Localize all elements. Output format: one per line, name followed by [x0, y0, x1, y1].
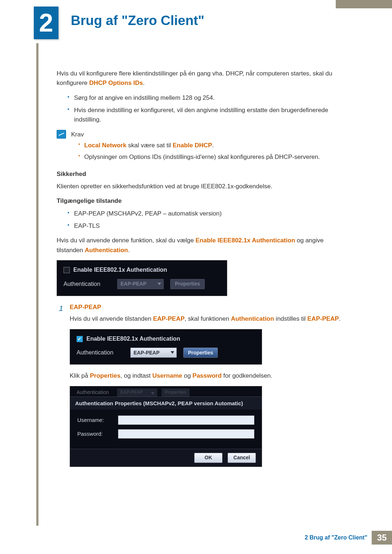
properties-line: Klik på Properties, og indtast Username … — [70, 371, 347, 381]
text: Hvis du vil anvende tilstanden — [70, 315, 153, 322]
footer-text: 2 Brug af "Zero Client" — [305, 534, 367, 541]
auth-properties-dialog: Authentication EAP-PEAP Properties Authe… — [70, 386, 262, 467]
page-footer: 2 Brug af "Zero Client" 35 — [305, 531, 392, 545]
text: EAP-PEAP — [121, 389, 143, 396]
ghost-button: Properties — [162, 389, 189, 397]
hl: Enable IEEE802.1x Authentication — [196, 237, 295, 244]
text: indstilles til — [274, 315, 307, 322]
cancel-button[interactable]: Cancel — [228, 453, 256, 463]
username-field[interactable] — [118, 415, 254, 425]
text: og — [182, 372, 192, 379]
hl: EAP-PEAP — [153, 315, 185, 322]
top-stripe — [336, 0, 392, 8]
hl: Properties — [90, 372, 121, 379]
text: Klik på — [70, 372, 90, 379]
content-area: Hvis du vil konfigurere flere klientinds… — [57, 69, 347, 473]
hl: EAP-PEAP — [307, 315, 339, 322]
enable-line: Hvis du vil anvende denne funktion, skal… — [57, 236, 347, 255]
intro-paragraph: Hvis du vil konfigurere flere klientinds… — [57, 69, 347, 88]
auth-panel-disabled: Enable IEEE802.1x Authentication Authent… — [57, 260, 227, 296]
list-item: EAP-TLS — [68, 221, 347, 231]
modes-list: EAP-PEAP (MSCHAPv2, PEAP – automatisk ve… — [68, 209, 347, 231]
step-1: 1 EAP-PEAP Hvis du vil anvende tilstande… — [57, 303, 347, 473]
list-item: Hvis denne indstilling er konfigureret, … — [68, 106, 347, 125]
note-block: Krav Local Network skal være sat til Ena… — [57, 130, 347, 164]
properties-button[interactable]: Properties — [183, 348, 218, 358]
note-icon — [57, 130, 66, 139]
text: . — [212, 142, 214, 149]
chapter-title: Brug af "Zero Client" — [71, 13, 204, 28]
sikkerhed-body: Klienten opretter en sikkerhedsfunktion … — [57, 182, 347, 191]
text: , skal funktionen — [185, 315, 231, 322]
enable-8021x-checkbox[interactable] — [64, 267, 70, 273]
username-label: Username: — [77, 416, 114, 424]
properties-button[interactable]: Properties — [170, 279, 205, 289]
hl: Authentication — [85, 247, 128, 254]
left-rule — [36, 43, 38, 526]
note-list: Local Network skal være sat til Enable D… — [78, 141, 347, 162]
list-item: Oplysninger om Options IDs (indstillings… — [78, 152, 347, 162]
step-line: Hvis du vil anvende tilstanden EAP-PEAP,… — [70, 314, 347, 324]
enable-8021x-label: Enable IEEE802.1x Authentication — [86, 335, 180, 344]
hl: Local Network — [84, 142, 126, 149]
hl: Authentication — [231, 315, 274, 322]
hl: Enable DHCP — [173, 142, 212, 149]
text: , og indtast — [121, 372, 152, 379]
password-field[interactable] — [118, 429, 254, 439]
step-title: EAP-PEAP — [70, 303, 347, 312]
auth-panel-enabled: Enable IEEE802.1x Authentication Authent… — [70, 329, 262, 365]
text: . — [339, 315, 341, 322]
ghost-dropdown: EAP-PEAP — [117, 389, 157, 397]
note-heading: Krav — [71, 130, 347, 139]
chevron-down-icon — [158, 283, 161, 285]
list-item: EAP-PEAP (MSCHAPv2, PEAP – automatisk ve… — [68, 209, 347, 218]
enable-8021x-label: Enable IEEE802.1x Authentication — [73, 266, 167, 275]
sikkerhed-heading: Sikkerhed — [57, 169, 347, 179]
password-label: Password: — [77, 430, 114, 438]
dropdown-value: EAP-PEAP — [134, 349, 160, 357]
modes-heading: Tilgængelige tilstande — [57, 196, 347, 206]
chevron-down-icon — [171, 351, 174, 354]
ok-button[interactable]: OK — [194, 453, 222, 463]
text: . — [128, 247, 130, 254]
dhcp-bullets: Sørg for at angive en indstilling mellem… — [68, 93, 347, 125]
authentication-label: Authentication — [77, 348, 124, 357]
step-number: 1 — [57, 303, 63, 473]
text: for godkendelsen. — [222, 372, 273, 379]
intro-highlight: DHCP Options IDs — [89, 79, 143, 86]
authentication-label: Authentication — [64, 280, 111, 289]
hl: Username — [152, 372, 182, 379]
authentication-dropdown[interactable]: EAP-PEAP — [117, 279, 164, 289]
dialog-title: Authentication Properties (MSCHAPv2, PEA… — [70, 397, 262, 410]
text: skal være sat til — [126, 142, 173, 149]
list-item: Sørg for at angive en indstilling mellem… — [68, 93, 347, 103]
chevron-down-icon — [151, 392, 155, 395]
enable-8021x-checkbox[interactable] — [77, 336, 83, 342]
intro-suffix: . — [143, 79, 145, 86]
ghost-auth-label: Authentication — [77, 389, 113, 397]
text: Hvis du vil anvende denne funktion, skal… — [57, 237, 196, 244]
chapter-number-badge: 2 — [34, 7, 58, 39]
authentication-dropdown[interactable]: EAP-PEAP — [130, 348, 177, 358]
page-number: 35 — [372, 531, 392, 545]
hl: Password — [192, 372, 221, 379]
dialog-background-strip: Authentication EAP-PEAP Properties — [70, 386, 262, 397]
list-item: Local Network skal være sat til Enable D… — [78, 141, 347, 150]
dropdown-value: EAP-PEAP — [121, 280, 147, 288]
